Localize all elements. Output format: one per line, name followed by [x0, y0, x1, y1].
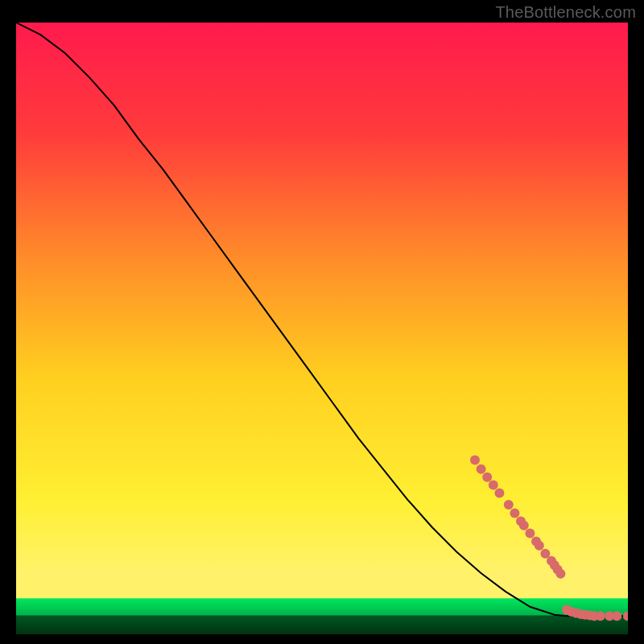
marker-dot: [494, 488, 504, 497]
marker-dot: [519, 521, 529, 530]
plot-area: [16, 23, 628, 634]
marker-dot: [504, 500, 514, 510]
marker-dot: [596, 611, 605, 621]
marker-dot: [510, 509, 519, 518]
marker-dot: [612, 611, 621, 621]
marker-dot: [535, 541, 544, 551]
marker-dot: [477, 464, 486, 474]
marker-dot: [555, 569, 565, 579]
marker-dot: [482, 473, 492, 482]
marker-dot: [470, 455, 480, 464]
chart-stage: TheBottleneck.com: [0, 0, 644, 644]
marker-dot: [489, 481, 498, 490]
watermark-text: TheBottleneck.com: [495, 3, 636, 22]
marker-dot: [525, 529, 535, 539]
plot-svg: [16, 23, 628, 634]
